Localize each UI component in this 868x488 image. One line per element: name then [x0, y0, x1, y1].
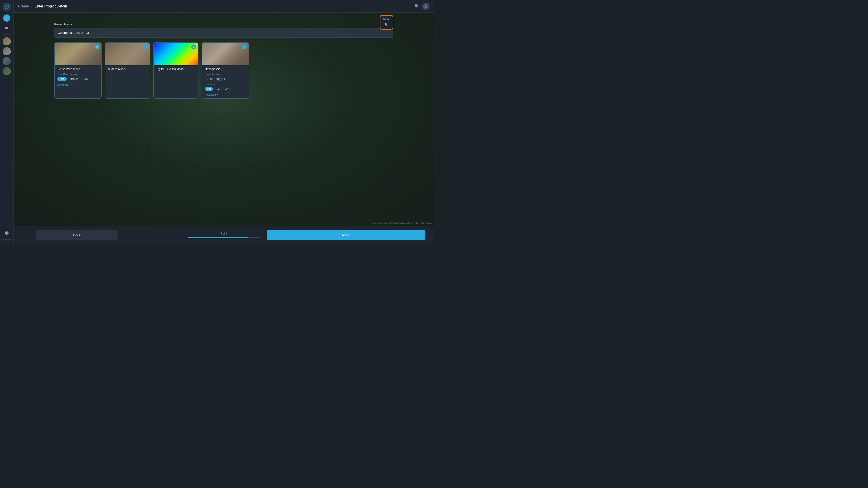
svg-point-1 [425, 5, 427, 6]
app-logo[interactable] [3, 3, 11, 11]
res-pill-quarter[interactable]: 1/4 [223, 87, 230, 91]
tif-toggle-container: tif [216, 77, 225, 80]
card-title-ortho: Orthomosaic [205, 68, 246, 71]
pill-low[interactable]: Low [81, 77, 90, 81]
breadcrumb-create[interactable]: Create [18, 4, 29, 8]
topbar-right [414, 3, 430, 10]
density-pills: High Medium Low [57, 77, 98, 81]
main-form-area: Project Name ✓ Dense Point Cloud Point C… [13, 13, 434, 226]
card-dense-point-cloud: ✓ Dense Point Cloud Point Cloud Density … [54, 42, 102, 99]
toggle-knob [217, 78, 219, 80]
cards-section: ✓ Dense Point Cloud Point Cloud Density … [54, 42, 393, 99]
jpg-label: jpg [210, 78, 213, 80]
card-title-dpc: Dense Point Cloud [57, 68, 98, 71]
card-orthomosaic: ✓ Orthomosaic Output Formats ✓ jpg [202, 42, 249, 99]
folder-button[interactable] [3, 24, 10, 32]
next-button[interactable]: Next [267, 230, 425, 240]
tif-toggle[interactable] [216, 77, 223, 80]
pill-high[interactable]: High [57, 77, 67, 81]
card-dem: ✓ Digital Elevation Model [153, 42, 198, 99]
card-check-dpc[interactable]: ✓ [94, 44, 99, 50]
card-check-dem[interactable]: ✓ [191, 44, 196, 50]
project-name-label: Project Name [54, 23, 393, 26]
topbar: Create / Enter Project Details [13, 0, 434, 13]
card-check-ortho[interactable]: ✓ [242, 44, 247, 50]
res-pill-full[interactable]: Full [205, 87, 213, 91]
density-label: Point Cloud Density [57, 73, 98, 75]
user-avatar[interactable] [422, 3, 430, 10]
cursor-icon [384, 22, 389, 27]
resolution-label: Resolution [205, 83, 246, 86]
card-title-dem: Digital Elevation Model [156, 68, 195, 71]
card-image-dpc: ✓ [55, 43, 101, 65]
nav-buttons: Back Next [27, 226, 434, 244]
card-check-sm[interactable]: ✓ [143, 44, 148, 50]
more-button[interactable]: More [380, 15, 393, 30]
pill-medium[interactable]: Medium [68, 77, 81, 81]
card-image-ortho: ✓ [202, 43, 249, 65]
breadcrumb-current: Enter Project Details [35, 4, 68, 8]
map-attribution: © mapbox © Mapbox © OpenStreetMap Improv… [372, 222, 432, 224]
sidebar: v2.1.3.0 BETA [0, 0, 13, 244]
advanced-dpc[interactable]: Advanced [57, 84, 98, 86]
res-pill-half[interactable]: 1/2 [214, 87, 222, 91]
project-name-input[interactable] [54, 28, 393, 38]
breadcrumb: Create / Enter Project Details [18, 4, 68, 8]
output-formats-row: ✓ jpg tif [205, 77, 246, 81]
breadcrumb-separator: / [31, 4, 32, 8]
notification-bell[interactable] [414, 3, 418, 9]
sidebar-thumbnail-2[interactable] [3, 47, 11, 55]
jpg-check-icon: ✓ [207, 78, 209, 80]
card-image-sm: ✓ [105, 43, 150, 65]
project-name-section: Project Name [54, 23, 393, 38]
more-button-label: More [383, 18, 390, 21]
card-title-sm: Surface Model [108, 68, 147, 71]
output-formats-label: Output Formats [205, 73, 246, 75]
add-button[interactable] [3, 14, 10, 22]
chat-button[interactable] [3, 230, 10, 237]
main-content: Create / Enter Project Details More [13, 0, 434, 244]
sidebar-thumbnail-3[interactable] [3, 57, 11, 65]
version-label: v2.1.3.0 BETA [0, 238, 13, 241]
sidebar-thumbnail-1[interactable] [3, 37, 11, 45]
tif-label: tif [223, 78, 225, 80]
back-button[interactable]: Back [36, 230, 118, 240]
card-surface-model: ✓ Surface Model [105, 42, 150, 99]
sidebar-divider [3, 34, 11, 35]
format-jpg[interactable]: ✓ jpg [205, 77, 215, 81]
card-image-dem: ✓ [154, 43, 198, 65]
resolution-pills: Full 1/2 1/4 [205, 87, 246, 91]
advanced-ortho[interactable]: Advanced [205, 93, 246, 96]
sidebar-thumbnail-4[interactable] [3, 67, 11, 75]
